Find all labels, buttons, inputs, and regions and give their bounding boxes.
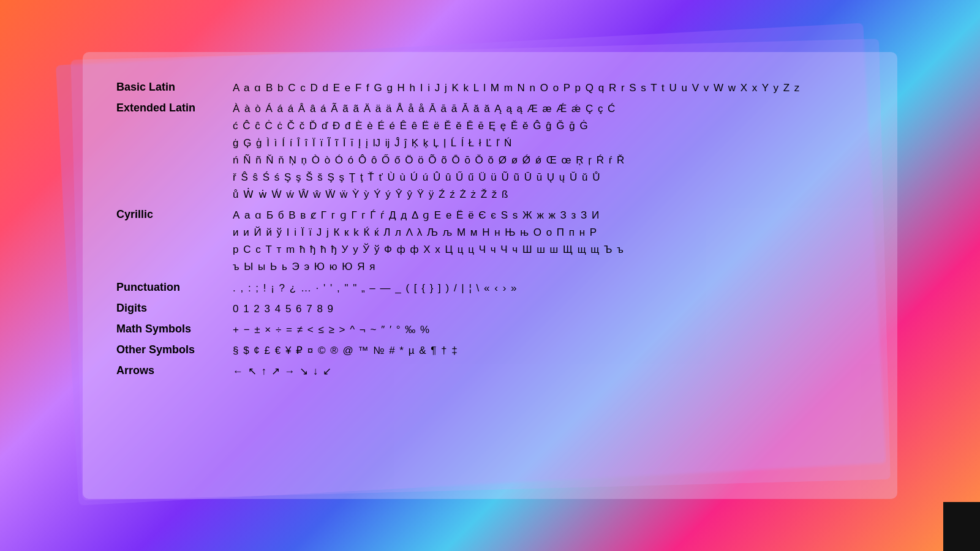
section-extended-latin: Extended Latin À à ò Á á á Â â á Ã ã ã Ä…: [116, 100, 864, 203]
label-other-symbols: Other Symbols: [116, 342, 233, 356]
chars-math-symbols: + − ± × ÷ = ≠ < ≤ ≥ > ^ ¬ ~ ″ ′ ° ‰ %: [233, 321, 864, 339]
chars-basic-latin: A a ɑ B b C c D d E e F f G g H h I i J …: [233, 80, 864, 97]
chars-arrows: ← ↖ ↑ ↗ → ↘ ↓ ↙: [233, 363, 864, 380]
section-digits: Digits 0 1 2 3 4 5 6 7 8 9: [116, 301, 864, 318]
background-wrapper: Basic Latin A a ɑ B b C c D d E e F f G …: [0, 0, 980, 551]
label-basic-latin: Basic Latin: [116, 80, 233, 94]
section-math-symbols: Math Symbols + − ± × ÷ = ≠ < ≤ ≥ > ^ ¬ ~…: [116, 321, 864, 339]
label-punctuation: Punctuation: [116, 280, 233, 294]
section-cyrillic: Cyrillic А а ɑ Б б В в ȼ Г г ɡ Г г Ѓ ѓ Д…: [116, 207, 864, 276]
section-other-symbols: Other Symbols § $ ¢ £ € ¥ ₽ ¤ © ® @ ™ № …: [116, 342, 864, 359]
content-panel: Basic Latin A a ɑ B b C c D d E e F f G …: [83, 52, 897, 499]
chars-other-symbols: § $ ¢ £ € ¥ ₽ ¤ © ® @ ™ № # * µ & ¶ † ‡: [233, 342, 864, 359]
label-digits: Digits: [116, 301, 233, 315]
stair-1: [943, 502, 980, 514]
chars-punctuation: . , : ; ! ¡ ? ¿ … · ' ' , " " „ – — _ ( …: [233, 280, 864, 297]
section-punctuation: Punctuation . , : ; ! ¡ ? ¿ … · ' ' , " …: [116, 280, 864, 297]
chars-extended-latin: À à ò Á á á Â â á Ã ã ã Ä ä ä Å å å Ā ā …: [233, 100, 864, 203]
chars-cyrillic: А а ɑ Б б В в ȼ Г г ɡ Г г Ѓ ѓ Д д Δ ɡ Е …: [233, 207, 864, 276]
stair-2: [943, 514, 980, 527]
section-arrows: Arrows ← ↖ ↑ ↗ → ↘ ↓ ↙: [116, 363, 864, 380]
label-arrows: Arrows: [116, 363, 233, 377]
staircase-decoration: [943, 502, 980, 551]
label-cyrillic: Cyrillic: [116, 207, 233, 221]
section-basic-latin: Basic Latin A a ɑ B b C c D d E e F f G …: [116, 80, 864, 97]
label-extended-latin: Extended Latin: [116, 100, 233, 114]
stair-4: [943, 539, 980, 551]
stair-3: [943, 527, 980, 539]
chars-digits: 0 1 2 3 4 5 6 7 8 9: [233, 301, 864, 318]
label-math-symbols: Math Symbols: [116, 321, 233, 335]
